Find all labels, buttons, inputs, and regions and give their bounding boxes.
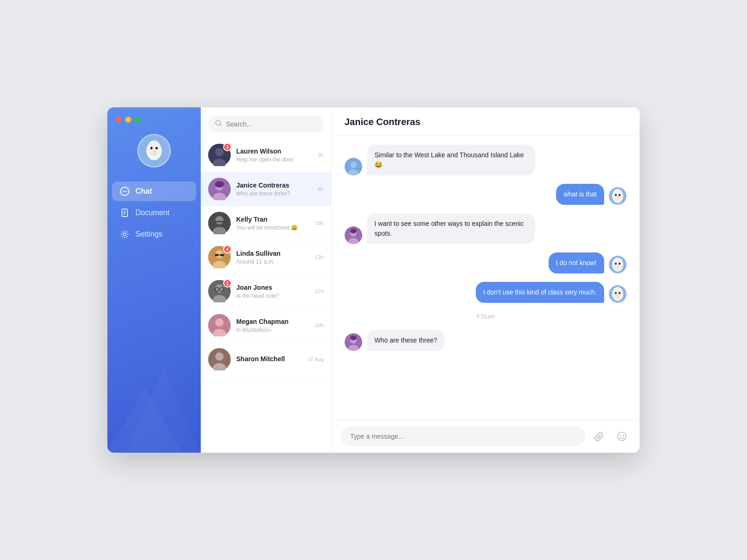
message-bubble: I don't use this kind of class very much…: [476, 282, 604, 303]
sidebar-item-chat[interactable]: Chat: [112, 182, 196, 201]
traffic-lights: [107, 117, 141, 123]
svg-point-9: [124, 191, 125, 192]
message-row: Similar to the West Lake and Thousand Is…: [345, 145, 627, 175]
contact-name: Megan Chapman: [236, 318, 310, 325]
message-row: I don't use this kind of class very much…: [345, 282, 627, 303]
contact-name: Sharon Mitchell: [236, 355, 302, 363]
settings-icon: [120, 229, 130, 239]
svg-rect-30: [215, 221, 224, 222]
svg-point-66: [619, 263, 620, 265]
search-icon: [215, 119, 222, 129]
contact-preview: Who are these three?: [236, 190, 312, 197]
contact-name: Linda Sullivan: [236, 250, 310, 257]
contact-item[interactable]: 4 Linda Sullivan Around 11 a.m. 13h: [201, 240, 331, 274]
svg-point-50: [350, 161, 357, 168]
chat-icon: [120, 186, 130, 196]
svg-point-44: [215, 318, 224, 327]
search-wrap[interactable]: [208, 116, 324, 133]
contact-item[interactable]: Janice Contreras Who are these three? 6h: [201, 172, 331, 206]
message-row: I want to see some other ways to explain…: [345, 213, 627, 244]
contact-item[interactable]: Sharon Mitchell 17 Aug: [201, 343, 331, 377]
contact-name: Joan Jones: [236, 284, 310, 291]
message-avatar: [345, 333, 362, 351]
svg-point-67: [617, 266, 619, 267]
sidebar-item-settings[interactable]: Settings: [112, 224, 196, 244]
avatar: [208, 348, 231, 371]
svg-point-5: [153, 151, 155, 153]
message-bubble: I want to see some other ways to explain…: [367, 213, 535, 244]
contact-list: 3 Lauren Wilson Help me open the door. 3…: [201, 107, 331, 453]
svg-point-61: [350, 229, 357, 233]
message-bubble: I do not know!: [549, 252, 604, 273]
user-avatar: [137, 134, 171, 168]
svg-point-28: [215, 216, 224, 224]
sidebar-nav: Chat Document: [107, 182, 201, 244]
contact-time: 13h: [315, 254, 324, 260]
close-button[interactable]: [116, 117, 122, 123]
contact-info: Sharon Mitchell: [236, 355, 302, 364]
svg-point-80: [623, 435, 624, 436]
contact-avatar-wrap: 1: [208, 280, 231, 302]
contact-avatar-wrap: [208, 212, 231, 234]
message-bubble: Who are these three?: [367, 330, 445, 351]
message-row: I do not know!: [345, 252, 627, 273]
search-input[interactable]: [226, 120, 317, 128]
chat-input-wrap[interactable]: [341, 427, 585, 446]
chat-input-area: [331, 420, 640, 453]
maximize-button[interactable]: [134, 117, 141, 123]
contact-item[interactable]: Kelly Tran You will be monitored 😄 10h: [201, 206, 331, 240]
document-icon: [120, 208, 130, 218]
contact-item[interactable]: 3 Lauren Wilson Help me open the door. 3…: [201, 138, 331, 172]
svg-point-77: [350, 336, 357, 340]
contact-info: Joan Jones Is the head cute?: [236, 284, 310, 299]
svg-point-8: [122, 191, 123, 192]
contact-preview: Is the head cute?: [236, 293, 310, 299]
app-window: Chat Document: [107, 107, 640, 453]
contact-avatar-wrap: [208, 348, 231, 371]
contact-name: Kelly Tran: [236, 216, 310, 223]
svg-point-56: [619, 194, 620, 196]
message-row: Who are these three?: [345, 330, 627, 351]
svg-point-79: [620, 435, 621, 436]
unread-badge: 4: [223, 245, 232, 253]
settings-label: Settings: [135, 230, 162, 238]
contact-preview: Around 11 a.m.: [236, 259, 310, 265]
message-row: what is that: [345, 184, 627, 205]
svg-point-26: [215, 181, 224, 188]
attach-button[interactable]: [591, 428, 608, 445]
sidebar-item-document[interactable]: Document: [112, 203, 196, 223]
svg-point-57: [617, 197, 619, 199]
message-avatar: [609, 187, 627, 205]
message-bubble: what is that: [556, 184, 604, 205]
message-bubble: Similar to the West Lake and Thousand Is…: [367, 145, 535, 175]
contacts-list: 3 Lauren Wilson Help me open the door. 3…: [201, 138, 331, 453]
svg-point-21: [215, 148, 224, 156]
avatar: [208, 212, 231, 234]
svg-rect-34: [215, 254, 218, 256]
svg-point-3: [150, 147, 153, 150]
contact-time: 10h: [315, 220, 324, 226]
emoji-button[interactable]: [613, 428, 630, 445]
unread-badge: 3: [223, 143, 232, 151]
sidebar: Chat Document: [107, 107, 201, 453]
contact-avatar-wrap: [208, 314, 231, 336]
svg-point-10: [126, 191, 127, 192]
minimize-button[interactable]: [125, 117, 131, 123]
contact-info: Lauren Wilson Help me open the door.: [236, 147, 312, 163]
chat-header: Janice Contreras: [331, 107, 640, 135]
message-avatar: [609, 285, 627, 303]
contact-info: Megan Chapman in Wudaokou~: [236, 318, 310, 333]
contact-item[interactable]: 1 Joan Jones Is the head cute? 17h: [201, 274, 331, 308]
svg-point-78: [618, 432, 626, 441]
contact-time: 17 Aug: [308, 357, 324, 362]
chat-contact-name: Janice Contreras: [345, 117, 420, 127]
message-avatar: [345, 226, 362, 244]
contact-avatar-wrap: 3: [208, 144, 231, 166]
contact-info: Kelly Tran You will be monitored 😄: [236, 216, 310, 231]
contact-name: Janice Contreras: [236, 182, 312, 189]
message-timestamp: 9:31am: [345, 313, 627, 320]
avatar: [208, 178, 231, 200]
message-input[interactable]: [350, 433, 576, 440]
contact-item[interactable]: Megan Chapman in Wudaokou~ 20h: [201, 308, 331, 343]
contact-time: 20h: [315, 322, 324, 328]
